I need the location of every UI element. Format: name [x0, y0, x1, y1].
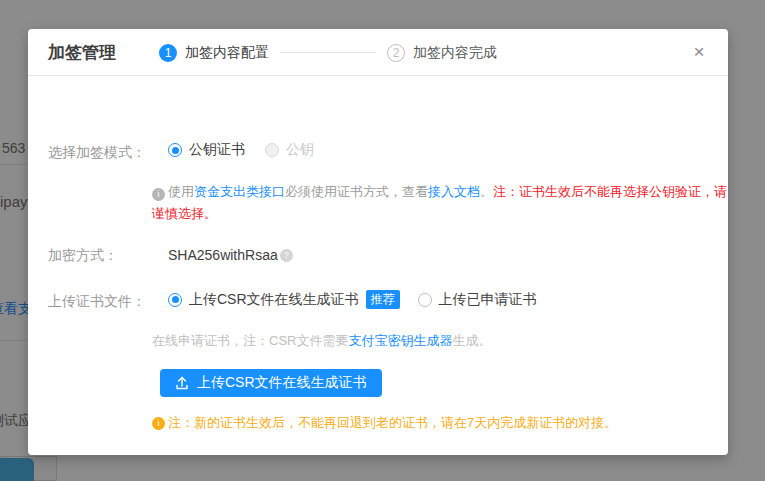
key-generator-link[interactable]: 支付宝密钥生成器 [348, 333, 452, 348]
recommended-badge: 推荐 [366, 290, 400, 309]
cert-warning-line1: 注：证书生效后不能再选择公钥验证，请 [493, 184, 727, 199]
cert-warning-line2: 谨慎选择。 [152, 206, 217, 221]
hint-suffix: 生成。 [452, 333, 491, 348]
step-1-circle: 1 [159, 44, 177, 62]
note-middle: 必须使用证书方式，查看 [285, 184, 428, 199]
radio-upload-existing-label[interactable]: 上传已申请证书 [439, 291, 537, 309]
help-icon[interactable]: ? [280, 249, 293, 262]
bottom-warning-text: 注：新的证书生效后，不能再回退到老的证书，请在7天内完成新证书的对接。 [168, 414, 617, 432]
dialog-body: 选择加签模式： 公钥证书 公钥 i使用资金支出类接口必须使用证书方式，查看接入文… [28, 76, 728, 454]
upload-icon [175, 376, 189, 390]
dialog-title: 加签管理 [48, 41, 116, 64]
close-icon[interactable]: × [688, 41, 710, 63]
bottom-warning: i 注：新的证书生效后，不能再回退到老的证书，请在7天内完成新证书的对接。 [152, 414, 617, 432]
step-1-label: 加签内容配置 [185, 44, 269, 62]
radio-selected-icon[interactable] [168, 293, 182, 307]
note-prefix: 使用 [168, 184, 194, 199]
upload-options: 上传CSR文件在线生成证书 推荐 上传已申请证书 [168, 290, 537, 309]
mode-note: i使用资金支出类接口必须使用证书方式，查看接入文档。注：证书生效后不能再选择公钥… [152, 181, 727, 225]
encryption-row: SHA256withRsaa ? [168, 247, 293, 263]
radio-public-key-cert-label[interactable]: 公钥证书 [189, 141, 245, 159]
radio-selected-icon[interactable] [168, 143, 182, 157]
radio-public-key-cert[interactable]: 公钥证书 [168, 141, 245, 159]
warning-icon: i [152, 417, 165, 430]
step-2-label: 加签内容完成 [413, 44, 497, 62]
funds-api-link[interactable]: 资金支出类接口 [194, 184, 285, 199]
encryption-value: SHA256withRsaa [168, 247, 278, 263]
upload-hint: 在线申请证书，注：CSR文件需要支付宝密钥生成器生成。 [152, 332, 491, 350]
radio-disabled-icon[interactable] [265, 143, 279, 157]
upload-csr-button[interactable]: 上传CSR文件在线生成证书 [160, 369, 382, 397]
dialog-header: 加签管理 1 加签内容配置 2 加签内容完成 × [28, 29, 728, 76]
radio-upload-existing[interactable]: 上传已申请证书 [418, 291, 537, 309]
radio-public-key[interactable]: 公钥 [265, 141, 314, 159]
signature-management-dialog: 加签管理 1 加签内容配置 2 加签内容完成 × 选择加签模式： 公钥证书 公钥 [28, 29, 728, 455]
radio-public-key-label[interactable]: 公钥 [286, 141, 314, 159]
info-icon: i [152, 188, 165, 201]
upload-button-label: 上传CSR文件在线生成证书 [197, 374, 367, 392]
encryption-label: 加密方式： [48, 247, 118, 265]
radio-upload-csr-label[interactable]: 上传CSR文件在线生成证书 [189, 291, 359, 309]
radio-upload-csr[interactable]: 上传CSR文件在线生成证书 [168, 291, 359, 309]
hint-prefix: 在线申请证书，注：CSR文件需要 [152, 333, 348, 348]
radio-unselected-icon[interactable] [418, 293, 432, 307]
docs-link[interactable]: 接入文档 [428, 184, 480, 199]
note-period: 。 [480, 184, 493, 199]
steps-indicator: 1 加签内容配置 2 加签内容完成 [159, 29, 497, 76]
mode-label: 选择加签模式： [48, 144, 146, 162]
mode-options: 公钥证书 公钥 [168, 141, 314, 159]
steps-connector [280, 52, 376, 53]
step-2-circle: 2 [387, 44, 405, 62]
upload-label: 上传证书文件： [48, 293, 146, 311]
